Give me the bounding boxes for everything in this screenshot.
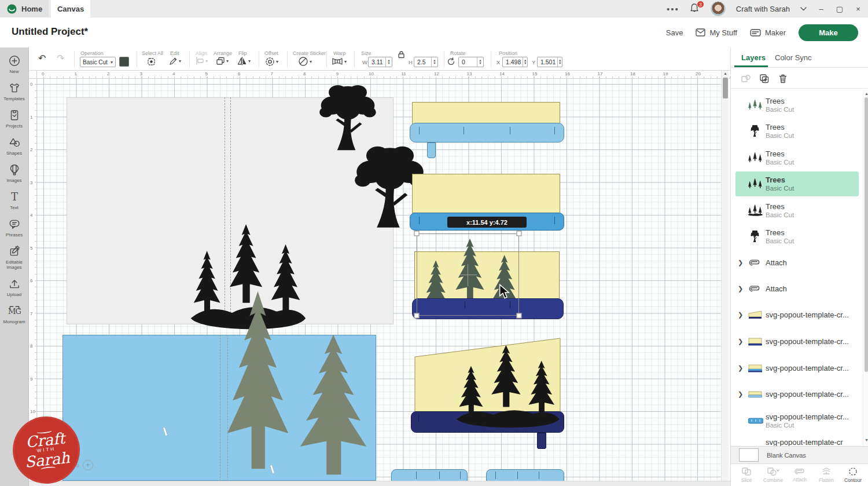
layer-row[interactable]: TreesBasic Cut xyxy=(731,225,863,248)
layer-subtitle: Basic Cut xyxy=(766,237,794,245)
warp-button[interactable]: ▾ xyxy=(332,57,347,65)
layer-group-row[interactable]: ❯ Attach xyxy=(731,282,863,295)
maximize-button[interactable]: ▢ xyxy=(836,5,844,13)
layer-row[interactable]: svg-popout-template-cr...Basic Cut xyxy=(731,410,863,431)
chevron-right-icon[interactable]: ❯ xyxy=(738,285,743,293)
tab-layers[interactable]: Layers xyxy=(741,53,766,62)
scrollbar-thumb[interactable] xyxy=(865,97,868,372)
width-input[interactable]: 3.11▲▼ xyxy=(368,57,392,67)
card-tab[interactable] xyxy=(537,433,546,449)
design-canvas[interactable]: x:11.54 y:4.72 0123456789101112131415161… xyxy=(29,71,730,486)
make-button[interactable]: Make xyxy=(799,24,858,41)
layer-subtitle: Basic Cut xyxy=(766,211,794,219)
sidebar-item-editable-images[interactable]: Editable Images xyxy=(1,245,28,270)
selection-handle[interactable] xyxy=(517,231,522,236)
layer-row[interactable]: svg-popout-template-cr xyxy=(731,437,863,446)
notifications-button[interactable]: 3 xyxy=(690,3,700,14)
offset-button[interactable]: ▾ xyxy=(265,57,278,67)
undo-button[interactable]: ↶ xyxy=(38,54,46,63)
select-all-button[interactable] xyxy=(146,57,156,67)
contour-button[interactable]: Contour xyxy=(840,467,866,483)
chevron-right-icon[interactable]: ❯ xyxy=(738,338,743,345)
card-blue-bar[interactable] xyxy=(410,123,564,142)
sidebar-item-templates[interactable]: Templates xyxy=(1,82,28,101)
home-tab[interactable]: Home xyxy=(0,0,49,17)
minimize-button[interactable]: – xyxy=(817,5,825,13)
layer-row[interactable]: TreesBasic Cut xyxy=(731,93,863,116)
sidebar-item-phrases[interactable]: Phrases xyxy=(1,218,28,237)
card-tab[interactable] xyxy=(427,142,436,158)
width-stepper[interactable]: ▲▼ xyxy=(385,57,392,67)
ruler-v-label: 10 xyxy=(30,409,35,414)
save-button[interactable]: Save xyxy=(666,28,683,37)
layer-group-row[interactable]: ❯ svg-popout-template-cr... xyxy=(731,388,863,400)
close-button[interactable]: × xyxy=(854,5,862,13)
layer-row[interactable]: TreesBasic Cut xyxy=(731,146,863,169)
lock-icon[interactable] xyxy=(398,50,405,59)
y-stepper[interactable]: ▲▼ xyxy=(557,57,562,67)
rotate-stepper[interactable]: ▲▼ xyxy=(477,57,483,67)
zoom-in-button[interactable]: + xyxy=(83,460,93,470)
account-name[interactable]: Craft with Sarah xyxy=(736,5,790,13)
scrollbar-thumb[interactable] xyxy=(723,78,728,98)
my-stuff-button[interactable]: My Stuff xyxy=(696,28,737,37)
layer-row[interactable]: TreesBasic Cut xyxy=(731,119,863,142)
chevron-right-icon[interactable]: ❯ xyxy=(738,390,743,398)
sage-pine-object[interactable] xyxy=(285,332,382,483)
flip-button[interactable]: ▾ xyxy=(237,57,251,65)
selection-handle[interactable] xyxy=(414,313,420,319)
height-input[interactable]: 2.5▲▼ xyxy=(414,57,438,67)
avatar[interactable] xyxy=(711,1,726,16)
scroll-up-arrow[interactable]: ▲ xyxy=(865,92,868,96)
paperclip-icon xyxy=(748,259,761,266)
machine-select[interactable]: Maker xyxy=(750,28,786,37)
sidebar-item-text[interactable]: T Text xyxy=(1,191,28,210)
sidebar-item-upload[interactable]: Upload xyxy=(1,277,28,297)
edit-button[interactable]: ▾ xyxy=(169,57,181,65)
canvas-horizontal-scrollbar[interactable] xyxy=(29,481,730,486)
ruler-v-label: 7 xyxy=(30,311,32,316)
rotate-input[interactable]: 0▲▼ xyxy=(458,57,484,67)
arrange-button[interactable]: ▾ xyxy=(216,57,229,65)
sidebar-item-new[interactable]: New xyxy=(1,54,28,74)
sidebar-item-shapes[interactable]: Shapes xyxy=(1,136,28,156)
layer-thumbnail xyxy=(747,204,763,217)
chevron-right-icon[interactable]: ❯ xyxy=(738,311,743,319)
x-stepper[interactable]: ▲▼ xyxy=(523,57,527,67)
scroll-up-arrow[interactable]: ▲ xyxy=(723,71,727,75)
layer-color-swatch[interactable] xyxy=(119,57,129,67)
chevron-right-icon[interactable]: ❯ xyxy=(738,364,743,372)
layer-group-row[interactable]: ❯ svg-popout-template-cr... xyxy=(731,335,863,348)
layer-group-row[interactable]: ❯ svg-popout-template-cr... xyxy=(731,361,863,374)
height-stepper[interactable]: ▲▼ xyxy=(431,57,437,67)
selection-handle[interactable] xyxy=(414,231,420,236)
sidebar-item-images[interactable]: Images xyxy=(1,163,28,183)
scroll-down-arrow[interactable]: ▼ xyxy=(865,438,868,442)
sidebar-item-monogram[interactable]: MG Monogram xyxy=(1,305,28,324)
card-yellow-panel[interactable] xyxy=(412,174,560,213)
selection-handle[interactable] xyxy=(517,313,522,319)
duplicate-button[interactable] xyxy=(759,73,770,85)
blank-canvas-row[interactable]: Blank Canvas xyxy=(731,446,868,464)
redo-button[interactable]: ↷ xyxy=(57,54,64,63)
round-tree-object[interactable] xyxy=(312,83,383,154)
card-trees-object[interactable] xyxy=(453,344,562,430)
operation-select[interactable]: Basic Cut▾ xyxy=(80,57,116,67)
sidebar-item-projects[interactable]: Projects xyxy=(1,109,28,129)
rotate-icon[interactable] xyxy=(447,57,455,66)
x-input[interactable]: 1.498▲▼ xyxy=(502,57,528,67)
delete-button[interactable] xyxy=(777,73,789,85)
chevron-down-icon[interactable] xyxy=(800,7,807,11)
create-sticker-button[interactable]: ▾ xyxy=(298,56,312,67)
layer-row-selected[interactable]: TreesBasic Cut xyxy=(731,172,863,195)
layer-row[interactable]: TreesBasic Cut xyxy=(731,199,863,222)
tab-color-sync[interactable]: Color Sync xyxy=(775,53,812,62)
panel-scrollbar[interactable]: ▲ ▼ xyxy=(863,90,868,446)
canvas-tab[interactable]: Canvas xyxy=(51,0,90,17)
canvas-vertical-scrollbar[interactable]: ▲ xyxy=(721,71,729,481)
overflow-menu-icon[interactable]: ••• xyxy=(667,4,679,14)
layer-group-row[interactable]: ❯ svg-popout-template-cr... xyxy=(731,308,863,321)
chevron-right-icon[interactable]: ❯ xyxy=(738,259,743,266)
y-input[interactable]: 1.501▲▼ xyxy=(537,57,562,67)
layer-group-row[interactable]: ❯ Attach xyxy=(731,256,863,269)
